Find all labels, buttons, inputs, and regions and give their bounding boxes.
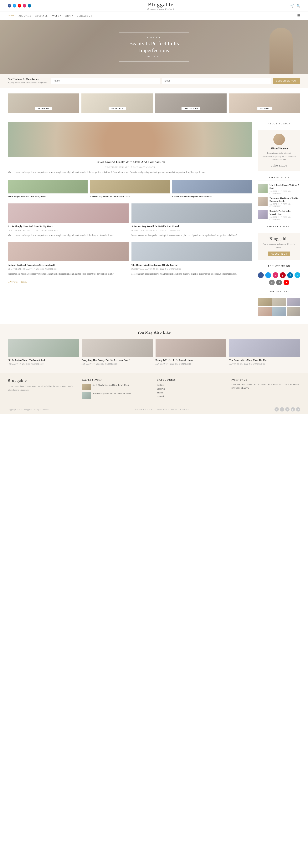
category-about[interactable]: ABOUT ME xyxy=(8,93,79,113)
medium-post-4-image xyxy=(132,242,252,261)
footer-cat-travel[interactable]: Travel xyxy=(157,391,226,394)
medium-post-3: Fashion Is About Perception, Style And A… xyxy=(8,242,129,276)
recent-post-1-date: JANUARY 17, 2022 NO COMMENTS xyxy=(270,190,300,194)
footer-instagram-icon[interactable]: in xyxy=(285,407,289,411)
footer-support-link[interactable]: SUPPORT xyxy=(180,408,189,410)
tag-beauty[interactable]: BEAUTY xyxy=(241,387,249,389)
nav-shop[interactable]: SHOP ▾ xyxy=(65,14,73,17)
footer-privacy-link[interactable]: PRIVACY POLICY xyxy=(135,408,152,410)
ymal-post-2-title[interactable]: Everything Has Beauty, But Not Everyone … xyxy=(82,359,153,362)
category-lifestyle[interactable]: LIFESTYLE xyxy=(81,93,153,113)
facebook-icon[interactable]: f xyxy=(8,4,11,7)
tag-nature[interactable]: NATURE xyxy=(231,387,240,389)
nav-lifestyle[interactable]: LIFESTYLE xyxy=(35,14,48,17)
nav-home[interactable]: HOME xyxy=(8,14,15,17)
follow-icons: f t in p li v ◎ bk ▶ xyxy=(258,272,300,285)
tag-blog[interactable]: BLOG xyxy=(254,383,260,386)
recent-post-2-title[interactable]: Everything Has Beauty, But Not Everyone … xyxy=(270,197,300,203)
gallery-item-3[interactable] xyxy=(287,298,300,306)
twitter-icon[interactable]: t xyxy=(13,4,16,7)
hero-person-image xyxy=(270,28,292,74)
follow-pinterest-icon[interactable]: p xyxy=(280,272,286,278)
nav-about[interactable]: ABOUT ME xyxy=(19,14,31,17)
tag-fashion[interactable]: FASHION xyxy=(231,383,241,386)
ymal-post-1-image xyxy=(8,339,79,357)
post-tags: FASHION BEAUTIFUL BLOG LIFESTYLE DESIGN … xyxy=(231,383,301,389)
instagram-icon[interactable]: in xyxy=(23,4,26,7)
gallery-item-5[interactable] xyxy=(272,307,286,316)
sidebar-gallery-section: OUR GALLERY xyxy=(258,290,300,316)
linkedin-icon[interactable]: li xyxy=(28,4,31,7)
follow-youtube-icon[interactable]: ▶ xyxy=(284,280,289,285)
footer-cat-fashion[interactable]: Fashion xyxy=(157,383,226,386)
small-post-1-title: Art Is Simply Near And Dear To My Heart xyxy=(8,195,88,198)
top-social-icons: f t ▶ in li xyxy=(8,4,31,7)
tag-modern[interactable]: MODERN xyxy=(290,383,299,386)
hamburger-icon[interactable]: ☰ xyxy=(297,14,300,18)
ad-text: Get fresh updates about my life and In I… xyxy=(262,243,297,249)
ymal-post-1: Life Is Just A Chance To Grow A Soul JAN… xyxy=(8,339,79,367)
cart-icon[interactable]: 🛒 xyxy=(290,4,294,8)
ad-subscribe-button[interactable]: SUBSCRIBE ! xyxy=(268,251,290,256)
tag-design[interactable]: DESIGN xyxy=(273,383,281,386)
newsletter-name-input[interactable] xyxy=(51,78,160,84)
gallery-item-4[interactable] xyxy=(258,307,272,316)
medium-post-1-excerpt: Maecenas aut nodis asperiores voluptates… xyxy=(8,233,129,237)
search-icon[interactable]: 🔍 xyxy=(297,4,300,8)
category-fashion[interactable]: FASHION xyxy=(229,93,300,113)
follow-facebook-icon[interactable]: f xyxy=(258,272,264,278)
tag-lifestyle[interactable]: LIFESTYLE xyxy=(261,383,272,386)
small-post-3-title: Fashion Is About Perception, Style And A… xyxy=(172,195,252,198)
footer-post-1-title[interactable]: Art Is Simply Near And Dear To My Heart xyxy=(92,383,129,390)
follow-instagram-icon[interactable]: in xyxy=(273,272,278,278)
featured-post-title: Travel Around Freely With Style And Comp… xyxy=(8,160,252,164)
gallery-item-2[interactable] xyxy=(272,298,286,306)
follow-vimeo-icon[interactable]: v xyxy=(295,272,300,278)
youtube-icon[interactable]: ▶ xyxy=(18,4,21,7)
footer-post-2-title[interactable]: A Perfect Day Would Be To Ride And Trave… xyxy=(92,392,131,399)
recent-post-2: Everything Has Beauty, But Not Everyone … xyxy=(258,197,300,208)
follow-other1-icon[interactable]: ◎ xyxy=(269,280,275,285)
footer-facebook-icon[interactable]: f xyxy=(275,407,279,411)
footer-cat-lifestyle[interactable]: Lifestyle xyxy=(157,388,226,390)
newsletter-email-input[interactable] xyxy=(162,78,271,84)
recent-post-1-image xyxy=(258,184,268,193)
author-bio: Lorem ipsum dolor sit amet, consecvetur … xyxy=(262,151,297,161)
small-post-1: Art Is Simply Near And Dear To My Heart xyxy=(8,180,88,199)
ymal-post-4-title[interactable]: The Camera Sees More Than The Eye xyxy=(229,359,300,362)
follow-behance-icon[interactable]: bk xyxy=(276,280,282,285)
follow-twitter-icon[interactable]: t xyxy=(265,272,271,278)
category-contact[interactable]: CONTACT US xyxy=(155,93,227,113)
hero-content: LIFESTYLE Beauty Is Perfect In Its Imper… xyxy=(119,32,189,62)
newsletter-subscribe-button[interactable]: SUBSCRIBE NOW! xyxy=(273,78,300,84)
gallery-item-6[interactable] xyxy=(287,307,300,316)
footer-twitter-icon[interactable]: t xyxy=(280,407,284,411)
recent-post-3-title[interactable]: Beauty Is Perfect In Its Imperfections xyxy=(270,210,300,216)
newsletter-subtext: Sign up with email to receive news & upd… xyxy=(8,81,47,84)
ymal-post-2: Everything Has Beauty, But Not Everyone … xyxy=(82,339,153,367)
next-page-link[interactable]: Next » xyxy=(21,281,27,283)
ymal-post-3: Beauty Is Perfect In Its Imperfections J… xyxy=(156,339,227,367)
tag-other[interactable]: OTHER xyxy=(282,383,289,386)
medium-post-2-title: A Perfect Day Would Be To Ride And Trave… xyxy=(132,225,252,228)
gallery-grid xyxy=(258,298,300,316)
medium-post-grid-2: Fashion Is About Perception, Style And A… xyxy=(8,242,252,276)
ymal-post-3-image xyxy=(156,339,227,357)
footer-linkedin-icon[interactable]: li xyxy=(296,407,300,411)
footer-cat-natural[interactable]: Natural xyxy=(157,395,226,398)
ymal-post-1-title[interactable]: Life Is Just A Chance To Grow A Soul xyxy=(8,359,79,362)
recent-post-1-title[interactable]: Life Is Just A Chance To Grow A Soul xyxy=(270,184,300,190)
ymal-post-2-date: JANUARY 17, 2022 NO COMMENTS xyxy=(82,363,153,365)
prev-page-link[interactable]: « Previous xyxy=(8,281,18,283)
footer-terms-link[interactable]: TERMS & CONDITION xyxy=(155,408,177,410)
footer-top: Bloggable Lorem ipsum dolor sit amet, co… xyxy=(8,378,300,401)
ymal-post-3-title[interactable]: Beauty Is Perfect In Its Imperfections xyxy=(156,359,227,362)
medium-post-3-title: Fashion Is About Perception, Style And A… xyxy=(8,263,129,267)
nav-pages[interactable]: PAGES ▾ xyxy=(52,14,61,17)
recent-post-2-image xyxy=(258,197,268,206)
tag-beautiful[interactable]: BEAUTIFUL xyxy=(242,383,253,386)
follow-linkedin-icon[interactable]: li xyxy=(287,272,293,278)
gallery-item-1[interactable] xyxy=(258,298,272,306)
nav-contact[interactable]: CONTACT US xyxy=(77,14,92,17)
footer-pinterest-icon[interactable]: p xyxy=(291,407,295,411)
